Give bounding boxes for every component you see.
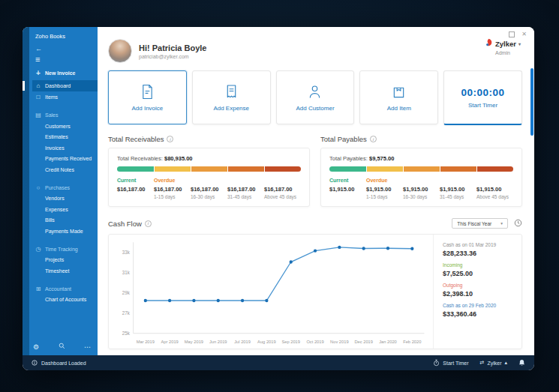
add-expense-card[interactable]: Add Expense <box>192 70 271 124</box>
sidebar-item-new-invoice[interactable]: +New Invoice <box>32 66 98 80</box>
scrollbar-thumb[interactable] <box>530 68 533 136</box>
add-item-card[interactable]: Add Item <box>359 70 438 124</box>
sidebar-item-estimates[interactable]: Estimates <box>32 132 98 143</box>
total-label: Total Receivables: <box>117 155 163 162</box>
fiscal-year-select[interactable]: This Fiscal Year ▾ <box>452 218 508 229</box>
restore-window-icon[interactable] <box>509 31 515 37</box>
svg-text:Jul 2019: Jul 2019 <box>234 340 251 344</box>
notification-bell-icon[interactable] <box>518 359 525 367</box>
sidebar-item-projects[interactable]: Projects <box>32 255 98 266</box>
sidebar-item-sales[interactable]: ▤Sales <box>32 109 98 121</box>
aging-bar-segment <box>440 166 476 172</box>
history-clock-icon[interactable] <box>514 217 522 230</box>
aging-column: Current$16,187.00 <box>117 178 154 199</box>
sidebar-item-invoices[interactable]: Invoices <box>32 142 98 154</box>
aging-bar-segment <box>264 166 301 172</box>
org-role: Admin <box>495 50 510 55</box>
more-options-icon[interactable]: ⋯ <box>84 343 91 351</box>
aging-amount: $1,915.00 <box>329 186 366 193</box>
svg-text:31k: 31k <box>122 270 131 275</box>
svg-text:Jun 2019: Jun 2019 <box>209 340 227 344</box>
close-window-icon[interactable]: ✕ <box>521 31 527 37</box>
statusbar-org-switcher[interactable]: ⇄ Zylker ▴ <box>480 360 507 366</box>
svg-text:27k: 27k <box>122 310 131 316</box>
timer-display: 00:00:00 <box>461 87 505 98</box>
sidebar-item-bills[interactable]: Bills <box>32 215 98 226</box>
aging-column-label <box>476 178 513 184</box>
sidebar-item-payments-made[interactable]: Payments Made <box>32 226 98 237</box>
add-invoice-card[interactable]: Add Invoice <box>108 70 187 124</box>
card-label: Add Expense <box>213 105 249 112</box>
aging-column: $16,187.00Above 45 days <box>264 178 301 199</box>
hamburger-menu-icon[interactable]: ≡ <box>32 55 98 66</box>
sidebar-item-timesheet[interactable]: Timesheet <box>32 265 98 277</box>
total-receivables-section: Total Receivables i Total Receivables: $… <box>108 135 310 207</box>
sidebar-item-label: Purchases <box>45 185 70 190</box>
statusbar-start-timer[interactable]: Start Timer <box>433 359 468 367</box>
document-icon: ▤ <box>35 112 41 118</box>
item-icon <box>392 84 406 100</box>
aging-range: Above 45 days <box>476 194 513 199</box>
aging-range: 16-30 days <box>403 194 440 199</box>
aging-column: $1,915.00Above 45 days <box>476 178 513 199</box>
sidebar-item-label: Accountant <box>45 286 71 292</box>
svg-text:Oct 2019: Oct 2019 <box>306 340 323 344</box>
add-customer-card[interactable]: Add Customer <box>276 70 355 124</box>
status-bar: Dashboard Loaded Start Timer ⇄ Zylker ▴ <box>23 355 534 370</box>
user-email: patriciab@zylker.com <box>139 54 206 59</box>
svg-text:Aug 2019: Aug 2019 <box>257 340 276 344</box>
total-amount: $80,935.00 <box>164 155 193 162</box>
aging-amount: $16,187.00 <box>227 186 264 193</box>
sidebar-item-label: Projects <box>45 257 64 262</box>
svg-text:May 2019: May 2019 <box>185 340 203 344</box>
info-icon[interactable]: i <box>167 136 173 142</box>
timer-card[interactable]: 00:00:00 Start Timer <box>443 70 522 125</box>
aging-amount: $16,187.00 <box>264 186 301 193</box>
sidebar-item-purchases[interactable]: ○Purchases <box>32 182 98 193</box>
back-arrow-icon[interactable]: ← <box>32 45 98 55</box>
cashflow-chart: 25k27k29k31k33kMar 2019Apr 2019May 2019J… <box>109 235 433 349</box>
sidebar-item-credit-notes[interactable]: Credit Notes <box>32 164 98 175</box>
sidebar-item-customers[interactable]: Customers <box>32 121 98 132</box>
settings-gear-icon[interactable]: ⚙ <box>33 343 39 351</box>
start-timer-label: Start Timer <box>468 102 497 109</box>
sidebar-item-payments-received[interactable]: Payments Received <box>32 154 98 165</box>
select-value: This Fiscal Year <box>457 221 491 226</box>
sidebar-item-chart-of-accounts[interactable]: Chart of Accounts <box>32 295 98 306</box>
sidebar-item-items[interactable]: □Items <box>32 91 98 103</box>
sidebar-item-label: Chart of Accounts <box>45 297 86 302</box>
aging-bar-segment <box>366 166 403 172</box>
statusbar-start-timer-label: Start Timer <box>443 361 468 366</box>
sidebar-item-label: Credit Notes <box>45 167 74 172</box>
sidebar-item-accountant[interactable]: ⊞Accountant <box>32 283 98 295</box>
sidebar-item-label: Time Tracking <box>45 247 78 252</box>
aging-bar-segment <box>154 166 191 172</box>
svg-text:29k: 29k <box>122 290 131 295</box>
sidebar-item-label: Expenses <box>45 207 68 212</box>
org-dropdown[interactable]: Zylker ▾ <box>485 38 521 49</box>
aging-column-label: Current <box>117 178 154 184</box>
info-icon[interactable]: i <box>145 220 152 227</box>
customer-icon <box>308 84 322 100</box>
sidebar-item-vendors[interactable]: Vendors <box>32 193 98 205</box>
swap-icon: ⇄ <box>480 360 485 366</box>
sidebar-item-dashboard[interactable]: ⌂Dashboard <box>32 80 98 91</box>
home-icon: ⌂ <box>35 82 41 89</box>
info-icon[interactable]: i <box>370 136 377 142</box>
aging-column-label <box>264 178 301 184</box>
aging-column-label: Current <box>329 178 366 184</box>
card-label: Add Item <box>387 105 411 112</box>
app-title: Zoho Books <box>32 27 98 45</box>
aging-bar <box>329 166 513 172</box>
window-controls: ✕ <box>509 31 527 37</box>
calculator-icon: ⊞ <box>35 286 41 292</box>
aging-column-label <box>191 178 227 184</box>
sidebar-item-time-tracking[interactable]: ◷Time Tracking <box>32 244 98 255</box>
sidebar-item-label: New Invoice <box>45 70 75 76</box>
svg-text:Dec 2019: Dec 2019 <box>354 340 373 344</box>
stat-value: $28,233.36 <box>443 250 514 257</box>
aging-bar-segment <box>227 166 264 172</box>
search-icon[interactable] <box>59 343 65 351</box>
sidebar-item-label: Payments Made <box>45 229 83 234</box>
sidebar-item-expenses[interactable]: Expenses <box>32 204 98 215</box>
